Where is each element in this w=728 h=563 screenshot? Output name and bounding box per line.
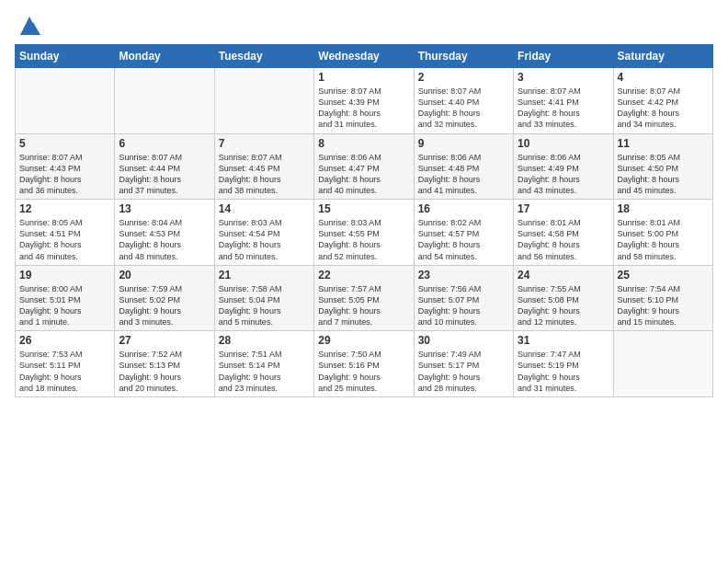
day-info: Sunrise: 8:07 AM Sunset: 4:41 PM Dayligh… xyxy=(518,86,609,131)
day-number: 5 xyxy=(19,137,110,150)
day-info: Sunrise: 7:49 AM Sunset: 5:17 PM Dayligh… xyxy=(418,349,509,394)
calendar-cell-week1-day1 xyxy=(16,68,115,134)
day-number: 25 xyxy=(618,269,709,282)
day-info: Sunrise: 7:51 AM Sunset: 5:14 PM Dayligh… xyxy=(219,349,310,394)
calendar-table: SundayMondayTuesdayWednesdayThursdayFrid… xyxy=(15,44,713,397)
day-info: Sunrise: 7:56 AM Sunset: 5:07 PM Dayligh… xyxy=(418,283,509,328)
calendar-cell-week3-day3: 14Sunrise: 8:03 AM Sunset: 4:54 PM Dayli… xyxy=(214,200,313,266)
calendar-cell-week1-day2 xyxy=(115,68,214,134)
calendar-cell-week1-day5: 2Sunrise: 8:07 AM Sunset: 4:40 PM Daylig… xyxy=(414,68,513,134)
day-info: Sunrise: 8:01 AM Sunset: 4:58 PM Dayligh… xyxy=(518,217,609,262)
calendar-cell-week2-day3: 7Sunrise: 8:07 AM Sunset: 4:45 PM Daylig… xyxy=(214,133,313,200)
day-number: 26 xyxy=(19,334,110,347)
day-number: 9 xyxy=(418,137,509,150)
calendar-cell-week5-day6: 31Sunrise: 7:47 AM Sunset: 5:19 PM Dayli… xyxy=(514,331,613,397)
day-info: Sunrise: 7:55 AM Sunset: 5:08 PM Dayligh… xyxy=(518,283,609,328)
day-number: 28 xyxy=(219,334,310,347)
day-info: Sunrise: 8:04 AM Sunset: 4:53 PM Dayligh… xyxy=(119,217,210,262)
day-number: 21 xyxy=(219,269,310,282)
day-number: 6 xyxy=(119,137,210,150)
weekday-header-friday: Friday xyxy=(514,45,613,68)
day-info: Sunrise: 8:01 AM Sunset: 5:00 PM Dayligh… xyxy=(618,217,709,262)
day-info: Sunrise: 8:03 AM Sunset: 4:55 PM Dayligh… xyxy=(318,217,409,262)
day-info: Sunrise: 8:05 AM Sunset: 4:50 PM Dayligh… xyxy=(618,152,709,197)
calendar-cell-week5-day5: 30Sunrise: 7:49 AM Sunset: 5:17 PM Dayli… xyxy=(414,331,513,397)
day-info: Sunrise: 8:07 AM Sunset: 4:39 PM Dayligh… xyxy=(318,86,409,131)
day-info: Sunrise: 7:54 AM Sunset: 5:10 PM Dayligh… xyxy=(618,283,709,328)
weekday-header-tuesday: Tuesday xyxy=(214,45,313,68)
calendar-cell-week3-day4: 15Sunrise: 8:03 AM Sunset: 4:55 PM Dayli… xyxy=(314,200,414,266)
day-info: Sunrise: 8:07 AM Sunset: 4:44 PM Dayligh… xyxy=(119,152,210,197)
day-number: 15 xyxy=(318,202,409,215)
day-number: 2 xyxy=(418,71,509,84)
calendar-cell-week3-day2: 13Sunrise: 8:04 AM Sunset: 4:53 PM Dayli… xyxy=(115,200,214,266)
calendar-week-1: 1Sunrise: 8:07 AM Sunset: 4:39 PM Daylig… xyxy=(16,68,713,134)
day-number: 23 xyxy=(418,269,509,282)
day-number: 7 xyxy=(219,137,310,150)
calendar-cell-week1-day6: 3Sunrise: 8:07 AM Sunset: 4:41 PM Daylig… xyxy=(514,68,613,134)
day-info: Sunrise: 7:59 AM Sunset: 5:02 PM Dayligh… xyxy=(119,283,210,328)
day-number: 20 xyxy=(119,269,210,282)
calendar-cell-week2-day6: 10Sunrise: 8:06 AM Sunset: 4:49 PM Dayli… xyxy=(514,133,613,200)
calendar-cell-week5-day1: 26Sunrise: 7:53 AM Sunset: 5:11 PM Dayli… xyxy=(16,331,115,397)
day-number: 8 xyxy=(318,137,409,150)
day-info: Sunrise: 7:52 AM Sunset: 5:13 PM Dayligh… xyxy=(119,349,210,394)
calendar-cell-week1-day4: 1Sunrise: 8:07 AM Sunset: 4:39 PM Daylig… xyxy=(314,68,414,134)
calendar-week-2: 5Sunrise: 8:07 AM Sunset: 4:43 PM Daylig… xyxy=(16,133,713,200)
day-info: Sunrise: 8:07 AM Sunset: 4:45 PM Dayligh… xyxy=(219,152,310,197)
header xyxy=(15,9,713,39)
weekday-header-monday: Monday xyxy=(115,45,214,68)
calendar-cell-week4-day6: 24Sunrise: 7:55 AM Sunset: 5:08 PM Dayli… xyxy=(514,265,613,331)
day-number: 27 xyxy=(119,334,210,347)
day-number: 3 xyxy=(518,71,609,84)
calendar-cell-week1-day3 xyxy=(214,68,313,134)
calendar-cell-week5-day4: 29Sunrise: 7:50 AM Sunset: 5:16 PM Dayli… xyxy=(314,331,414,397)
calendar-cell-week3-day6: 17Sunrise: 8:01 AM Sunset: 4:58 PM Dayli… xyxy=(514,200,613,266)
day-number: 18 xyxy=(618,202,709,215)
calendar-cell-week2-day7: 11Sunrise: 8:05 AM Sunset: 4:50 PM Dayli… xyxy=(613,133,712,200)
calendar-week-4: 19Sunrise: 8:00 AM Sunset: 5:01 PM Dayli… xyxy=(16,265,713,331)
page: SundayMondayTuesdayWednesdayThursdayFrid… xyxy=(0,0,728,563)
day-info: Sunrise: 8:06 AM Sunset: 4:49 PM Dayligh… xyxy=(518,152,609,197)
day-number: 31 xyxy=(518,334,609,347)
day-info: Sunrise: 8:07 AM Sunset: 4:43 PM Dayligh… xyxy=(19,152,110,197)
day-number: 30 xyxy=(418,334,509,347)
day-info: Sunrise: 8:07 AM Sunset: 4:40 PM Dayligh… xyxy=(418,86,509,131)
day-info: Sunrise: 8:00 AM Sunset: 5:01 PM Dayligh… xyxy=(19,283,110,328)
calendar-cell-week4-day1: 19Sunrise: 8:00 AM Sunset: 5:01 PM Dayli… xyxy=(16,265,115,331)
day-number: 17 xyxy=(518,202,609,215)
calendar-cell-week3-day5: 16Sunrise: 8:02 AM Sunset: 4:57 PM Dayli… xyxy=(414,200,513,266)
calendar-cell-week2-day5: 9Sunrise: 8:06 AM Sunset: 4:48 PM Daylig… xyxy=(414,133,513,200)
weekday-header-wednesday: Wednesday xyxy=(314,45,414,68)
day-info: Sunrise: 8:06 AM Sunset: 4:48 PM Dayligh… xyxy=(418,152,509,197)
calendar-cell-week4-day5: 23Sunrise: 7:56 AM Sunset: 5:07 PM Dayli… xyxy=(414,265,513,331)
day-info: Sunrise: 7:47 AM Sunset: 5:19 PM Dayligh… xyxy=(518,349,609,394)
weekday-header-sunday: Sunday xyxy=(16,45,115,68)
day-number: 22 xyxy=(318,269,409,282)
day-number: 24 xyxy=(518,269,609,282)
day-info: Sunrise: 8:02 AM Sunset: 4:57 PM Dayligh… xyxy=(418,217,509,262)
day-info: Sunrise: 7:58 AM Sunset: 5:04 PM Dayligh… xyxy=(219,283,310,328)
calendar-cell-week5-day7 xyxy=(613,331,712,397)
calendar-week-3: 12Sunrise: 8:05 AM Sunset: 4:51 PM Dayli… xyxy=(16,200,713,266)
day-number: 29 xyxy=(318,334,409,347)
day-number: 12 xyxy=(19,202,110,215)
day-number: 13 xyxy=(119,202,210,215)
calendar-cell-week4-day4: 22Sunrise: 7:57 AM Sunset: 5:05 PM Dayli… xyxy=(314,265,414,331)
day-number: 1 xyxy=(318,71,409,84)
weekday-header-thursday: Thursday xyxy=(414,45,513,68)
day-number: 10 xyxy=(518,137,609,150)
calendar-cell-week1-day7: 4Sunrise: 8:07 AM Sunset: 4:42 PM Daylig… xyxy=(613,68,712,134)
calendar-cell-week2-day4: 8Sunrise: 8:06 AM Sunset: 4:47 PM Daylig… xyxy=(314,133,414,200)
day-info: Sunrise: 7:53 AM Sunset: 5:11 PM Dayligh… xyxy=(19,349,110,394)
day-info: Sunrise: 8:03 AM Sunset: 4:54 PM Dayligh… xyxy=(219,217,310,262)
day-number: 16 xyxy=(418,202,509,215)
calendar-cell-week4-day2: 20Sunrise: 7:59 AM Sunset: 5:02 PM Dayli… xyxy=(115,265,214,331)
calendar-cell-week2-day1: 5Sunrise: 8:07 AM Sunset: 4:43 PM Daylig… xyxy=(16,133,115,200)
day-info: Sunrise: 8:07 AM Sunset: 4:42 PM Dayligh… xyxy=(618,86,709,131)
weekday-header-saturday: Saturday xyxy=(613,45,712,68)
day-number: 4 xyxy=(618,71,709,84)
day-number: 19 xyxy=(19,269,110,282)
calendar-cell-week5-day3: 28Sunrise: 7:51 AM Sunset: 5:14 PM Dayli… xyxy=(214,331,313,397)
weekday-header-row: SundayMondayTuesdayWednesdayThursdayFrid… xyxy=(16,45,713,68)
